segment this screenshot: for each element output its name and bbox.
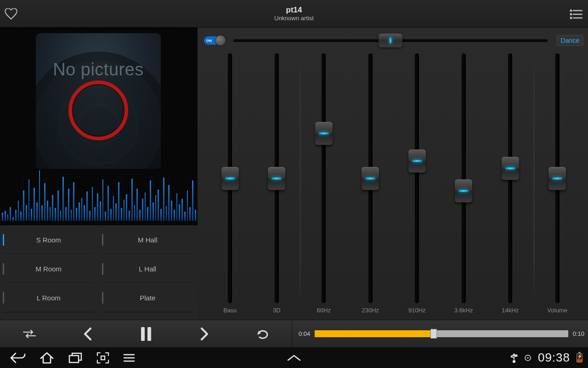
- previous-button[interactable]: [58, 326, 117, 342]
- total-time: 0:10: [573, 330, 584, 337]
- eq-slider-thumb[interactable]: [548, 167, 566, 190]
- svg-rect-7: [147, 327, 151, 341]
- title-bar: pt14 Unknown artist: [0, 0, 588, 28]
- svg-rect-16: [515, 355, 517, 356]
- eq-slider-3d[interactable]: 3D: [254, 53, 300, 314]
- eq-slider-label: Bass: [223, 307, 237, 314]
- eq-on-toggle[interactable]: ON: [204, 36, 224, 45]
- reverb-preset-button[interactable]: S Room: [3, 225, 94, 254]
- playlist-button[interactable]: [570, 9, 582, 19]
- eq-slider-bass[interactable]: Bass: [207, 53, 254, 314]
- eq-slider-label: 3.6kHz: [454, 307, 473, 314]
- eq-slider-label: 14kHz: [502, 307, 519, 314]
- eq-slider-thumb[interactable]: [221, 167, 239, 190]
- eq-slider-track[interactable]: [555, 53, 560, 303]
- eq-sliders: Bass3D60Hz230Hz910Hz3.6kHz14kHzVolume: [204, 53, 583, 320]
- preset-label: M Room: [35, 265, 62, 273]
- preset-indicator: [102, 292, 103, 304]
- battery-icon: [577, 353, 582, 362]
- eq-slider-track[interactable]: [322, 53, 326, 303]
- system-nav-bar: 09:38: [0, 347, 588, 368]
- status-clock: 09:38: [538, 351, 570, 365]
- home-button[interactable]: [40, 352, 54, 364]
- left-pane: No pictures S RoomM HallM RoomL HallL Ro…: [0, 28, 198, 320]
- eq-slider-track[interactable]: [415, 53, 419, 303]
- progress-slider[interactable]: [315, 330, 568, 337]
- recent-apps-button[interactable]: [68, 352, 83, 364]
- playback-bar: 0:04 0:10: [0, 320, 588, 347]
- eq-slider-track[interactable]: [462, 53, 466, 303]
- preset-indicator: [3, 292, 4, 304]
- eq-slider-label: 3D: [273, 307, 281, 314]
- eq-slider-thumb[interactable]: [315, 122, 333, 145]
- album-art-placeholder-text: No pictures: [36, 60, 161, 80]
- album-art-area: No pictures: [0, 28, 198, 225]
- svg-point-18: [527, 357, 528, 358]
- eq-slider-track[interactable]: [228, 53, 232, 303]
- reverb-preset-button[interactable]: M Hall: [102, 225, 193, 254]
- back-button[interactable]: [10, 352, 26, 364]
- spectrum-visualizer: [0, 156, 198, 225]
- eq-slider-track[interactable]: [368, 53, 373, 303]
- reverb-preset-button[interactable]: L Hall: [102, 254, 193, 283]
- eq-slider-910hz[interactable]: 910Hz: [394, 53, 441, 314]
- reverb-preset-button[interactable]: Plate: [102, 283, 193, 312]
- eq-slider-label: 230Hz: [362, 307, 379, 314]
- equalizer-pane: ON Dance Bass3D60Hz230Hz910Hz3.6kHz14kHz…: [198, 28, 588, 320]
- eq-slider-230hz[interactable]: 230Hz: [347, 53, 394, 314]
- preset-label: L Room: [37, 294, 61, 302]
- eq-slider-thumb[interactable]: [408, 150, 426, 172]
- eq-slider-label: 60Hz: [317, 307, 331, 314]
- eq-slider-thumb[interactable]: [362, 167, 379, 190]
- preset-label: S Room: [36, 236, 61, 244]
- main-area: No pictures S RoomM HallM RoomL HallL Ro…: [0, 28, 588, 320]
- svg-point-4: [571, 17, 572, 19]
- eq-on-toggle-label: ON: [206, 39, 212, 43]
- album-art-placeholder: No pictures: [36, 33, 161, 169]
- eq-slider-label: Volume: [548, 307, 567, 314]
- svg-point-0: [571, 10, 572, 12]
- expand-up-button[interactable]: [286, 354, 302, 362]
- menu-button[interactable]: [123, 352, 135, 364]
- screenshot-button[interactable]: [96, 352, 109, 364]
- eq-preset-button[interactable]: Dance: [557, 35, 583, 46]
- eq-slider-thumb[interactable]: [502, 157, 519, 180]
- svg-point-15: [511, 356, 512, 357]
- progress-area: 0:04 0:10: [292, 320, 588, 347]
- reverb-preset-button[interactable]: M Room: [3, 254, 94, 283]
- reverb-preset-button[interactable]: L Room: [3, 283, 94, 312]
- eq-slider-60hz[interactable]: 60Hz: [300, 53, 347, 314]
- svg-rect-8: [69, 356, 79, 362]
- eq-slider-track[interactable]: [275, 53, 279, 303]
- eq-slider-volume[interactable]: Volume: [534, 53, 581, 314]
- balance-slider[interactable]: [233, 39, 548, 42]
- balance-slider-thumb[interactable]: [379, 34, 402, 47]
- eq-slider-14khz[interactable]: 14kHz: [487, 53, 534, 314]
- repeat-button[interactable]: [233, 326, 292, 342]
- svg-rect-9: [101, 356, 105, 360]
- track-artist: Unknown artist: [274, 15, 314, 22]
- play-pause-button[interactable]: [117, 326, 175, 342]
- svg-point-2: [571, 14, 572, 15]
- preset-label: Plate: [140, 294, 155, 302]
- preset-indicator: [3, 263, 4, 275]
- progress-fill: [315, 330, 434, 337]
- elapsed-time: 0:04: [299, 330, 310, 337]
- eq-slider-thumb[interactable]: [268, 167, 285, 190]
- preset-indicator: [102, 234, 103, 246]
- track-title: pt14: [274, 6, 314, 15]
- shuffle-button[interactable]: [0, 326, 58, 342]
- svg-rect-6: [141, 327, 145, 341]
- playback-controls: [0, 326, 292, 342]
- usb-icon: [510, 353, 518, 363]
- reverb-preset-grid: S RoomM HallM RoomL HallL RoomPlate: [0, 225, 198, 320]
- eq-slider-thumb[interactable]: [455, 179, 472, 202]
- preset-indicator: [102, 263, 103, 275]
- preset-label: M Hall: [138, 236, 158, 244]
- eq-slider-track[interactable]: [508, 53, 512, 303]
- eq-slider-3.6khz[interactable]: 3.6kHz: [441, 53, 487, 314]
- favorite-button[interactable]: [5, 8, 17, 20]
- next-button[interactable]: [175, 326, 233, 342]
- progress-thumb[interactable]: [430, 329, 437, 339]
- preset-indicator: [3, 234, 4, 246]
